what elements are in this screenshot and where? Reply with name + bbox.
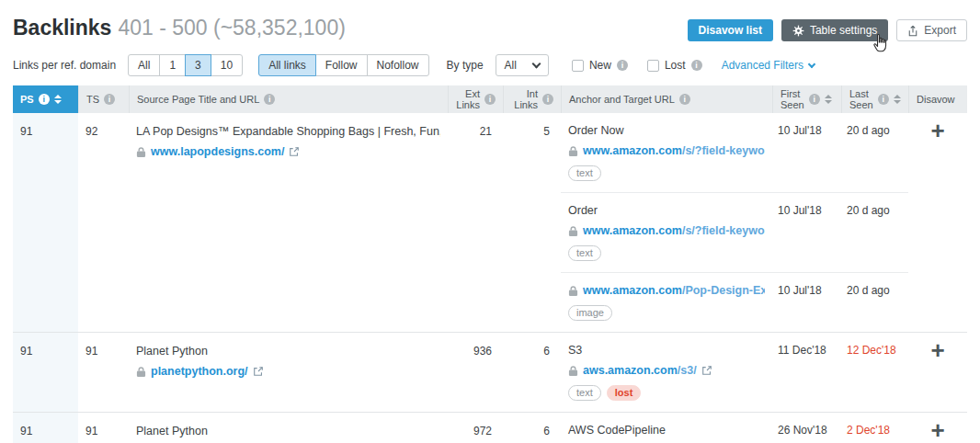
info-icon[interactable]: i	[104, 94, 115, 105]
first-seen-cell: 11 Dec'18	[772, 333, 841, 412]
source-url-link[interactable]: planetpython.org/	[151, 365, 248, 378]
column-header-ts[interactable]: TS i	[78, 85, 129, 113]
links-per-domain-group: All 1 3 10	[128, 54, 243, 76]
external-link-icon[interactable]	[253, 366, 264, 377]
sort-icon[interactable]	[894, 95, 901, 104]
export-button[interactable]: Export	[896, 19, 967, 41]
source-cell: Planet Python planetpython.org/	[129, 333, 448, 412]
follow-option-follow[interactable]: Follow	[315, 54, 368, 76]
info-icon[interactable]: i	[264, 94, 275, 105]
backlink-subrow: Order www.amazon.com/s/?field-keywords=s…	[561, 192, 908, 272]
column-header-anchor[interactable]: Anchor and Target URL i	[561, 85, 772, 113]
target-url-link[interactable]: www.amazon.com/s/?field-keywords=sh...	[583, 144, 765, 157]
links-option-10[interactable]: 10	[211, 54, 243, 76]
column-header-ext-links[interactable]: ExtLinks i	[448, 85, 503, 113]
column-header-last-seen[interactable]: LastSeen i	[841, 85, 908, 113]
new-label: New	[589, 59, 611, 72]
target-path: /s/?field-keywords=sh...	[682, 144, 765, 157]
info-icon[interactable]: i	[484, 94, 496, 105]
column-header-int-links[interactable]: IntLinks i	[503, 85, 561, 113]
sort-icon[interactable]	[54, 95, 62, 104]
new-checkbox[interactable]	[572, 60, 584, 72]
int-links-cell: 6	[503, 333, 561, 412]
column-header-first-seen[interactable]: FirstSeen i	[772, 85, 841, 113]
ps-cell: 91	[13, 413, 78, 443]
backlink-subrow: Order Now www.amazon.com/s/?field-keywor…	[561, 113, 908, 192]
anchor-target-cell: S3 aws.amazon.com/s3/ text lost 11 Dec'1…	[561, 333, 908, 412]
anchor-text: S3	[568, 344, 765, 357]
lock-icon	[568, 225, 578, 237]
last-seen-cell: 20 d ago	[841, 193, 908, 272]
table-header-row: PS i TS i Source Page Title and URL i Ex…	[13, 85, 967, 113]
links-option-3[interactable]: 3	[185, 54, 211, 76]
table-row: 91 91 Planet Python planetpython.org/ 97…	[13, 413, 967, 443]
column-header-source[interactable]: Source Page Title and URL i	[129, 85, 448, 113]
source-url-link[interactable]: www.lapopdesigns.com/	[151, 145, 284, 158]
target-url-link[interactable]: aws.amazon.com/s3/	[583, 364, 697, 377]
ts-cell: 91	[78, 413, 129, 443]
advanced-filters-link[interactable]: Advanced Filters	[722, 59, 815, 72]
disavow-add-button[interactable]: +	[930, 119, 944, 142]
lost-checkbox[interactable]	[647, 60, 659, 72]
backlink-subrow: S3 aws.amazon.com/s3/ text lost 11 Dec'1…	[561, 333, 908, 412]
source-cell: LA Pop Designs™ Expandable Shopping Bags…	[129, 113, 448, 332]
disavow-add-button[interactable]: +	[930, 338, 944, 362]
target-domain: aws.amazon.com	[583, 364, 678, 377]
first-seen-cell: 10 Jul'18	[772, 193, 841, 272]
ext-links-cell: 936	[448, 333, 503, 412]
source-title: LA Pop Designs™ Expandable Shopping Bags…	[136, 125, 440, 138]
info-icon[interactable]: i	[542, 94, 553, 105]
export-label: Export	[924, 24, 956, 37]
info-icon[interactable]: i	[617, 60, 628, 71]
disavow-list-label: Disavow list	[699, 24, 762, 37]
follow-filter-group: All links Follow Nofollow	[258, 54, 428, 76]
target-url-link[interactable]: www.amazon.com/Pop-Design-Expanda...	[583, 284, 765, 297]
sort-icon[interactable]	[825, 95, 832, 104]
disavow-add-button[interactable]: +	[930, 418, 944, 442]
target-url-link[interactable]: www.amazon.com/s/?field-keywords=sh...	[583, 224, 765, 237]
column-header-ps[interactable]: PS i	[13, 85, 78, 113]
follow-option-all-links[interactable]: All links	[258, 54, 316, 76]
chevron-down-icon	[531, 59, 541, 68]
anchor-text: Order	[568, 204, 765, 217]
external-link-icon[interactable]	[701, 365, 712, 376]
lock-icon	[136, 146, 146, 158]
last-seen-cell: 20 d ago	[841, 113, 908, 192]
links-option-1[interactable]: 1	[159, 54, 186, 76]
gear-icon	[792, 25, 804, 37]
lost-label: Lost	[665, 59, 686, 72]
int-links-cell: 6	[503, 413, 561, 443]
info-icon[interactable]: i	[679, 94, 690, 105]
ext-header-line1: Ext	[465, 88, 480, 99]
lock-icon	[568, 365, 578, 377]
follow-option-nofollow[interactable]: Nofollow	[367, 54, 429, 76]
external-link-icon[interactable]	[289, 146, 300, 157]
by-type-select[interactable]: All	[496, 54, 549, 76]
disavow-list-button[interactable]: Disavow list	[688, 19, 773, 41]
ext-links-cell: 972	[448, 413, 503, 443]
target-domain: www.amazon.com	[583, 224, 682, 237]
int-links-cell: 5	[503, 113, 561, 332]
first-seen-cell: 10 Jul'18	[772, 113, 841, 192]
page-title: Backlinks	[13, 16, 111, 40]
advanced-filters-label: Advanced Filters	[722, 59, 803, 72]
info-icon[interactable]: i	[878, 94, 889, 105]
source-header-label: Source Page Title and URL	[137, 94, 259, 105]
anchor-target-cell: Order Now www.amazon.com/s/?field-keywor…	[561, 113, 908, 332]
by-type-value: All	[505, 59, 517, 72]
backlink-subrow: www.amazon.com/Pop-Design-Expanda... ima…	[561, 272, 908, 332]
table-settings-label: Table settings	[810, 24, 877, 37]
table-settings-button[interactable]: Table settings	[781, 19, 888, 41]
links-per-domain-label: Links per ref. domain	[13, 59, 116, 72]
lock-icon	[568, 285, 578, 297]
info-icon[interactable]: i	[39, 94, 50, 105]
target-domain: www.amazon.com	[583, 284, 682, 297]
target-path: /s/?field-keywords=sh...	[682, 224, 765, 237]
int-header-line1: Int	[527, 88, 538, 99]
info-icon[interactable]: i	[691, 60, 702, 71]
backlinks-table: PS i TS i Source Page Title and URL i Ex…	[13, 85, 967, 443]
last-seen-line1: Last	[849, 88, 869, 99]
info-icon[interactable]: i	[809, 94, 820, 105]
links-option-all[interactable]: All	[128, 54, 160, 76]
disavow-cell: +	[908, 113, 967, 332]
